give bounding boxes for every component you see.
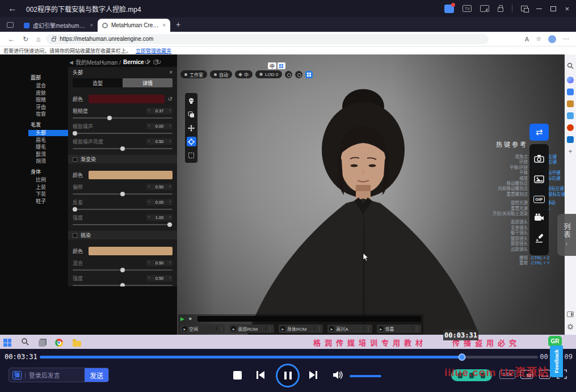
sidebar-item[interactable]: 头部 bbox=[28, 130, 69, 136]
volume-icon[interactable] bbox=[332, 370, 343, 382]
tab-style[interactable]: 造型 bbox=[73, 78, 123, 87]
seek-bar[interactable] bbox=[40, 356, 538, 359]
windows-start-icon[interactable] bbox=[3, 339, 11, 347]
sidebar-item[interactable]: 皮肤 bbox=[28, 90, 69, 96]
skull-tool-icon[interactable] bbox=[187, 96, 196, 106]
anim-play-icon[interactable]: ▶ bbox=[180, 317, 184, 322]
slider-value-stepper[interactable]: ‹ 0.00 › bbox=[146, 199, 173, 205]
stepper-right-icon[interactable]: › bbox=[169, 108, 171, 113]
checkbox[interactable] bbox=[73, 157, 77, 162]
sidebar-item[interactable]: 比例 bbox=[28, 177, 69, 183]
tab-metahuman-creator[interactable]: MetaHuman Creator × bbox=[98, 19, 170, 32]
studio-pill[interactable]: 工作室 bbox=[180, 70, 207, 78]
sidebar-item[interactable]: 妆容 bbox=[28, 111, 69, 117]
sidebar-item[interactable]: 眉毛 bbox=[28, 137, 69, 144]
sidebar-item[interactable]: 鞋子 bbox=[28, 199, 69, 205]
slider-track[interactable] bbox=[73, 269, 173, 271]
slider-thumb[interactable] bbox=[120, 283, 125, 286]
slider-track[interactable] bbox=[73, 117, 173, 119]
stepper-right-icon[interactable]: › bbox=[169, 200, 171, 204]
hair-color-swatch[interactable] bbox=[89, 95, 165, 103]
tools-icon[interactable] bbox=[567, 100, 574, 107]
sidebar-item[interactable]: 上装 bbox=[28, 184, 69, 191]
sidebar-item[interactable]: 胡须 bbox=[28, 158, 69, 165]
sidebar-item[interactable]: 髭须 bbox=[28, 151, 69, 158]
stop-button[interactable] bbox=[233, 371, 242, 380]
tab-baidu-search[interactable]: 虚幻引擎metahuman_百度搜索 × bbox=[19, 19, 98, 32]
sidebar-item[interactable]: 眼睛 bbox=[28, 97, 69, 103]
chrome-icon[interactable] bbox=[55, 339, 63, 347]
home-icon[interactable]: ⌂ bbox=[36, 36, 40, 43]
danmaku-icon[interactable]: 弹 bbox=[12, 371, 22, 380]
gif-capture-icon[interactable]: GIF bbox=[533, 196, 544, 203]
progress-handle[interactable] bbox=[458, 353, 465, 361]
mini-window-icon[interactable] bbox=[521, 6, 528, 11]
add-sidebar-item-icon[interactable]: + bbox=[568, 148, 572, 155]
stepper-right-icon[interactable]: › bbox=[169, 184, 171, 189]
animation-chip[interactable]: ▶ 空闲 ⋮ bbox=[180, 324, 225, 333]
animation-chip[interactable]: ▶ 惊喜 ⋮ bbox=[377, 324, 421, 333]
undo-icon[interactable]: ↺ bbox=[144, 58, 149, 66]
browser-back-icon[interactable]: ← bbox=[8, 36, 15, 43]
video-capture-icon[interactable] bbox=[534, 213, 544, 224]
grid-tool-button[interactable] bbox=[305, 71, 313, 78]
tv-mode-icon[interactable]: TV bbox=[463, 5, 472, 12]
lock-icon[interactable] bbox=[498, 7, 503, 12]
animation-chip[interactable]: ▶ 面部ROM ⋮ bbox=[229, 324, 274, 333]
tab-close-icon[interactable]: × bbox=[87, 22, 93, 28]
slider-thumb[interactable] bbox=[73, 207, 77, 212]
slider-track[interactable] bbox=[73, 133, 173, 134]
collapse-icon[interactable]: ◀ bbox=[69, 60, 73, 65]
sidebar-item[interactable]: 混合 bbox=[28, 83, 69, 89]
stepper-left-icon[interactable]: ‹ bbox=[148, 200, 150, 204]
kebab-menu-icon[interactable]: ⋮ bbox=[314, 326, 321, 331]
back-icon[interactable]: ← bbox=[8, 4, 17, 13]
image-capture-icon[interactable] bbox=[534, 175, 544, 186]
slider-thumb[interactable] bbox=[120, 192, 125, 196]
playlist-flyout-tab[interactable]: 列表 ‹ bbox=[557, 214, 576, 256]
stepper-right-icon[interactable]: › bbox=[169, 139, 171, 144]
stepper-right-icon[interactable]: › bbox=[169, 260, 171, 265]
lod-pill[interactable]: LOD 0 bbox=[255, 70, 282, 78]
slider-thumb[interactable] bbox=[107, 116, 112, 120]
stepper-left-icon[interactable]: ‹ bbox=[148, 139, 150, 144]
quality-pill[interactable]: 中 bbox=[235, 70, 253, 78]
sidebar-item[interactable]: 牙齿 bbox=[28, 104, 69, 111]
gradient-color-swatch[interactable] bbox=[89, 171, 173, 179]
auto-quality-pill[interactable]: 自动 bbox=[210, 70, 232, 78]
slider-value-stepper[interactable]: ‹ 0.00 › bbox=[146, 123, 173, 129]
stepper-left-icon[interactable]: ‹ bbox=[148, 260, 150, 265]
favorites-star-icon[interactable]: ☆ bbox=[536, 35, 541, 43]
site-lock-icon[interactable] bbox=[52, 38, 56, 41]
redo-icon[interactable]: ↻ bbox=[156, 58, 161, 66]
kebab-menu-icon[interactable]: ⋮ bbox=[266, 326, 272, 331]
games-icon[interactable] bbox=[567, 112, 574, 119]
slider-value-stepper[interactable]: ‹ 0.50 › bbox=[146, 275, 173, 281]
slider-track[interactable] bbox=[73, 285, 173, 286]
stepper-left-icon[interactable]: ‹ bbox=[148, 215, 150, 220]
highlight-color-swatch[interactable] bbox=[89, 247, 173, 255]
taskbar-app-icon[interactable] bbox=[39, 340, 45, 347]
anim-timeline[interactable] bbox=[197, 316, 421, 322]
screenshot-camera-icon[interactable] bbox=[534, 154, 544, 165]
slider-value-stepper[interactable]: ‹ 1.00 › bbox=[146, 214, 173, 221]
manage-favorites-link[interactable]: 立即管理收藏夹 bbox=[136, 47, 171, 54]
url-field[interactable]: https://metahuman.unrealengine.com bbox=[46, 34, 489, 44]
pen-annotation-icon[interactable] bbox=[535, 234, 544, 245]
taskbar-search-icon[interactable] bbox=[21, 338, 29, 348]
checkbox[interactable] bbox=[73, 233, 77, 238]
slider-value-stepper[interactable]: ‹ 0.50 › bbox=[146, 138, 173, 145]
stepper-right-icon[interactable]: › bbox=[169, 276, 171, 280]
volume-slider[interactable] bbox=[350, 375, 381, 377]
reset-color-icon[interactable]: ↺ bbox=[168, 96, 173, 102]
sidebar-item[interactable]: 睫毛 bbox=[28, 144, 69, 150]
stepper-left-icon[interactable]: ‹ bbox=[148, 108, 150, 113]
danmaku-input[interactable]: 弹 | 登录后发言 发送 bbox=[9, 368, 109, 382]
animation-chip[interactable]: ▶ 高兴A ⋮ bbox=[327, 324, 372, 333]
sidebar-panel-icon[interactable] bbox=[567, 311, 574, 317]
ime-language-chip[interactable]: 中 bbox=[268, 62, 276, 69]
anim-stop-icon[interactable]: ■ bbox=[189, 317, 192, 321]
office-icon[interactable] bbox=[567, 124, 574, 131]
panel-close-icon[interactable]: × bbox=[169, 69, 173, 75]
new-tab-button[interactable]: + bbox=[176, 20, 180, 28]
